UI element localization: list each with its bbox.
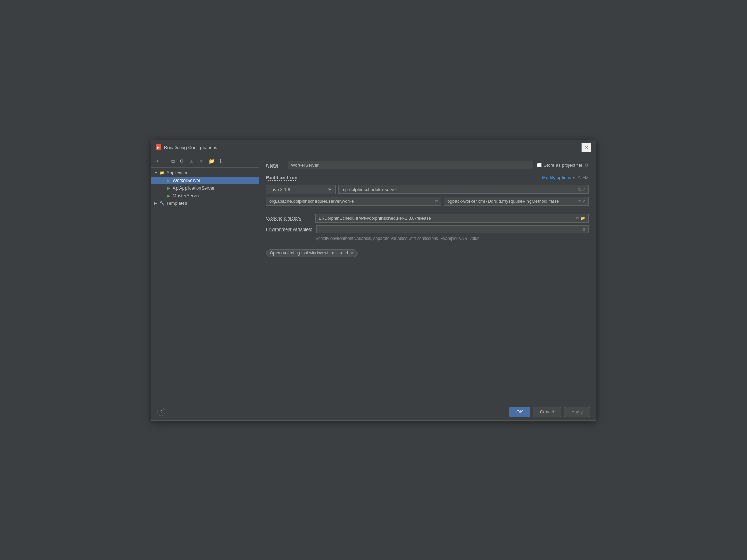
tag-close-button[interactable]: ✕ — [350, 251, 354, 256]
templates-arrow: ▶ — [154, 201, 159, 205]
program-args-copy-icon[interactable]: ⧉ — [578, 199, 581, 203]
run-config-icon-2: ▶ — [165, 185, 171, 191]
java-classpath-row: java 8 1.8 -cp dolphinscheduler-server ⧉… — [266, 185, 589, 194]
working-dir-copy-icon[interactable]: ⧉ — [576, 216, 579, 220]
move-down-button[interactable]: ▼ — [197, 157, 205, 165]
classpath-value: -cp dolphinscheduler-server — [342, 187, 577, 192]
right-panel: Name: Store as project file ⚙ Build and … — [259, 155, 596, 403]
name-row: Name: Store as project file ⚙ — [266, 161, 589, 169]
name-input[interactable] — [288, 161, 533, 169]
app-icon: ▶ — [156, 144, 161, 150]
ok-button[interactable]: OK — [509, 407, 530, 417]
working-dir-browse-icon[interactable]: 📂 — [581, 216, 585, 220]
add-config-button[interactable]: + — [154, 157, 161, 165]
tree-worker-server[interactable]: ▶ WorkerServer — [151, 177, 259, 184]
apply-button[interactable]: Apply — [564, 407, 590, 417]
cancel-button[interactable]: Cancel — [533, 407, 561, 417]
folder-icon: 📁 — [159, 170, 165, 176]
templates-label: Templates — [166, 201, 187, 206]
run-debug-dialog: ▶ Run/Debug Configurations ✕ + − ⧉ ⚙ ▲ ▼… — [151, 140, 596, 421]
expand-arrow: ▼ — [154, 171, 159, 175]
env-vars-row: Environment variables: ⧉ — [266, 225, 589, 233]
tree-master-server[interactable]: ▶ MasterServer — [151, 192, 259, 200]
store-project-checkbox[interactable] — [537, 163, 542, 167]
close-button[interactable]: ✕ — [581, 143, 591, 152]
remove-config-button[interactable]: − — [162, 157, 168, 165]
modify-options-chevron: ▾ — [573, 175, 575, 180]
program-args-value: ogback-worker.xml -Ddruid.mysql.usePingM… — [447, 199, 577, 204]
copy-config-button[interactable]: ⧉ — [170, 157, 177, 165]
dialog-title: Run/Debug Configurations — [164, 145, 217, 150]
run-config-icon-3: ▶ — [165, 193, 171, 199]
open-tool-window-tag: Open run/debug tool window when started … — [266, 249, 358, 257]
bottom-bar: ? OK Cancel Apply — [151, 403, 596, 420]
store-gear-icon[interactable]: ⚙ — [584, 162, 589, 168]
api-application-server-label: ApiApplicationServer — [173, 185, 215, 191]
env-vars-copy-icon[interactable]: ⧉ — [583, 227, 585, 232]
java-version-select[interactable]: java 8 1.8 — [266, 185, 336, 194]
master-server-label: MasterServer — [173, 193, 200, 198]
tree-toolbar: + − ⧉ ⚙ ▲ ▼ 📁 ⇅ — [151, 155, 259, 168]
modify-options-label: Modify options — [542, 175, 571, 180]
program-args-expand-icon[interactable]: ⤢ — [582, 199, 585, 203]
help-button[interactable]: ? — [157, 408, 165, 416]
classpath-copy-icon[interactable]: ⧉ — [578, 187, 581, 192]
name-label: Name: — [266, 162, 284, 168]
working-dir-label: Working directory: — [266, 216, 311, 221]
application-group-label: Application — [166, 170, 189, 175]
build-run-title: Build and run — [266, 175, 297, 181]
main-class-value: org.apache.dolphinscheduler.server.worke — [269, 199, 434, 204]
sort-button[interactable]: ⇅ — [217, 157, 225, 165]
content-area: + − ⧉ ⚙ ▲ ▼ 📁 ⇅ ▼ 📁 Application — [151, 155, 596, 403]
working-dir-row: Working directory: E:\DolphinScheduler\P… — [266, 214, 589, 223]
worker-server-label: WorkerServer — [173, 178, 200, 183]
main-class-args-row: org.apache.dolphinscheduler.server.worke… — [266, 197, 589, 206]
working-dir-value: E:\DolphinScheduler\PM\dolphinscheduler-… — [319, 216, 575, 221]
tag-row: Open run/debug tool window when started … — [266, 249, 589, 257]
settings-button[interactable]: ⚙ — [178, 157, 186, 165]
store-project-row: Store as project file ⚙ — [537, 162, 589, 168]
env-vars-field[interactable]: ⧉ — [316, 225, 589, 233]
tree-templates-group[interactable]: ▶ 🔧 Templates — [151, 200, 259, 207]
wrench-icon: 🔧 — [159, 201, 165, 206]
main-class-field: org.apache.dolphinscheduler.server.worke… — [266, 197, 441, 206]
classpath-field: -cp dolphinscheduler-server ⧉ ⤢ — [338, 185, 589, 194]
env-vars-label: Environment variables: — [266, 227, 312, 232]
program-args-field: ogback-worker.xml -Ddruid.mysql.usePingM… — [444, 197, 589, 206]
main-class-copy-icon[interactable]: ⧉ — [435, 199, 438, 203]
run-config-icon: ▶ — [165, 178, 171, 183]
folder-button[interactable]: 📁 — [207, 157, 216, 165]
tag-label: Open run/debug tool window when started — [270, 251, 348, 256]
classpath-expand-icon[interactable]: ⤢ — [582, 187, 585, 192]
action-buttons: OK Cancel Apply — [509, 407, 590, 417]
move-up-button[interactable]: ▲ — [187, 157, 196, 165]
left-panel: + − ⧉ ⚙ ▲ ▼ 📁 ⇅ ▼ 📁 Application — [151, 155, 259, 403]
java-version-dropdown[interactable]: java 8 1.8 — [269, 186, 333, 192]
tree-api-application-server[interactable]: ▶ ApiApplicationServer — [151, 184, 259, 192]
title-bar: ▶ Run/Debug Configurations ✕ — [151, 140, 596, 155]
tree-application-group[interactable]: ▼ 📁 Application — [151, 169, 259, 177]
modify-options-shortcut: Alt+M — [578, 175, 589, 180]
build-run-section-header: Build and run Modify options ▾ Alt+M — [266, 175, 589, 181]
working-dir-field: E:\DolphinScheduler\PM\dolphinscheduler-… — [315, 214, 589, 223]
modify-options-button[interactable]: Modify options ▾ Alt+M — [542, 175, 589, 180]
title-bar-left: ▶ Run/Debug Configurations — [156, 144, 217, 150]
store-project-label: Store as project file — [544, 162, 582, 168]
config-tree: ▼ 📁 Application ▶ WorkerServer ▶ ApiAppl… — [151, 168, 259, 403]
env-hint: Specify environment variables, separate … — [315, 236, 589, 241]
